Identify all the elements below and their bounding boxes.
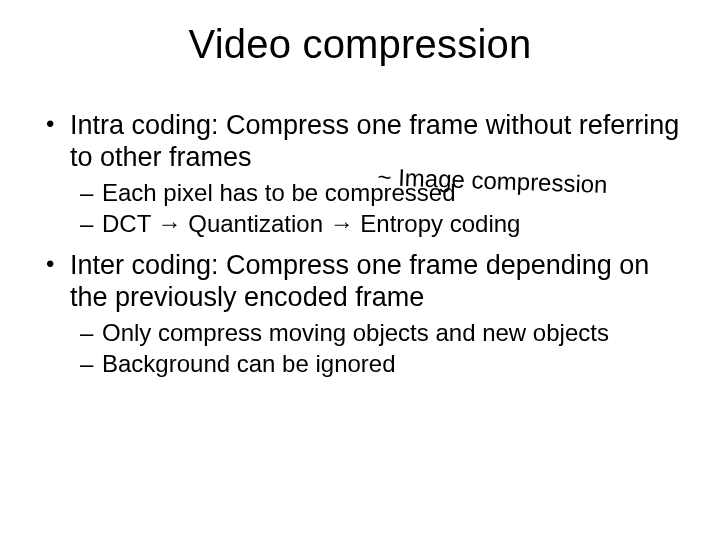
slide-title: Video compression [0, 22, 720, 67]
slide: Video compression Intra coding: Compress… [0, 0, 720, 540]
slide-body: Intra coding: Compress one frame without… [46, 110, 680, 381]
subbullet-moving-objects: Only compress moving objects and new obj… [46, 318, 680, 347]
bullet-intra-coding: Intra coding: Compress one frame without… [46, 110, 680, 174]
subbullet-background: Background can be ignored [46, 349, 680, 378]
subbullet-dct-pipeline: DCT → Quantization → Entropy coding [46, 209, 680, 238]
bullet-inter-coding: Inter coding: Compress one frame dependi… [46, 250, 680, 314]
spacer [46, 240, 680, 250]
